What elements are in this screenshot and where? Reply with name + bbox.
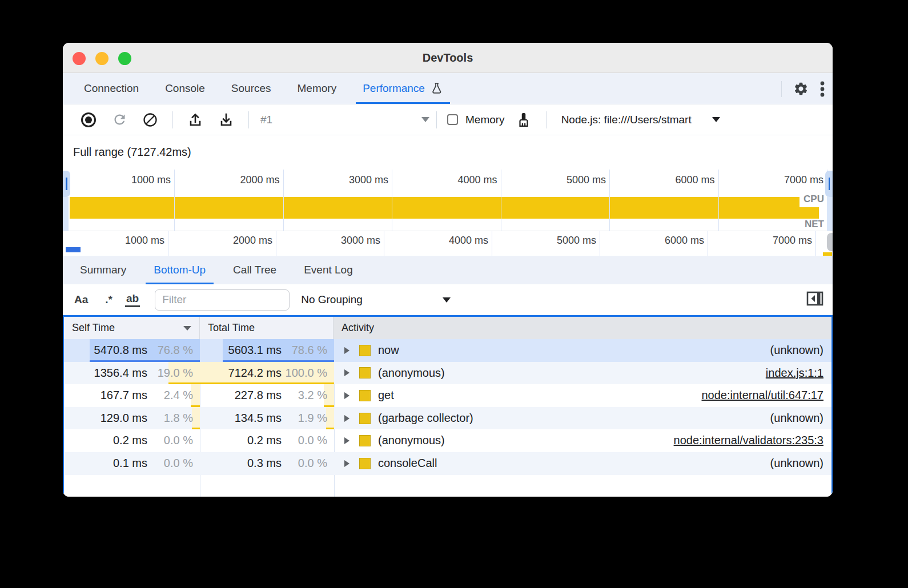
memory-checkbox[interactable] <box>447 114 458 125</box>
expand-arrow-icon[interactable] <box>344 369 349 376</box>
filter-input[interactable] <box>155 289 290 311</box>
flamechart-yellow-segment[interactable] <box>823 252 832 256</box>
cpu-activity-band[interactable] <box>70 197 799 219</box>
activity-cell: now(unknown) <box>334 339 831 362</box>
record-icon[interactable] <box>80 111 97 128</box>
toolbar-divider <box>248 111 249 128</box>
column-header-total-time[interactable]: Total Time <box>200 317 334 339</box>
tab-label: Connection <box>84 82 139 95</box>
full-range-label: Full range (7127.42ms) <box>73 146 191 159</box>
tab-memory[interactable]: Memory <box>291 73 344 104</box>
table-row[interactable]: 0.1 ms0.0 %0.3 ms0.0 %consoleCall(unknow… <box>64 452 831 475</box>
activity-cell: (anonymous)node:internal/validators:235:… <box>334 429 831 452</box>
detail-panel-tabs: SummaryBottom-UpCall TreeEvent Log <box>63 256 833 284</box>
ruler-tick-line <box>708 231 708 256</box>
screen-background: DevTools ConnectionConsoleSourcesMemoryP… <box>0 0 908 588</box>
self-time-percent: 0.0 % <box>147 429 193 452</box>
ruler-tick-label: 1000 ms <box>108 174 171 186</box>
overview-separator <box>63 231 833 231</box>
total-time-value: 0.2 ms <box>207 429 282 452</box>
timeline-scrollbar-thumb[interactable] <box>827 233 833 251</box>
timeline-overview: Full range (7127.42ms) CPU NET 1000 ms20… <box>63 135 833 256</box>
grid-header: Self Time Total Time Activity <box>64 317 831 339</box>
target-select[interactable]: Node.js: file:///Users/stmart <box>561 114 720 126</box>
tab-console[interactable]: Console <box>158 73 212 104</box>
activity-cell: getnode:internal/util:647:17 <box>334 384 831 407</box>
total-time-percent: 100.0 % <box>282 362 327 385</box>
total-time-cell: 0.3 ms0.0 % <box>200 452 334 475</box>
total-time-cell: 134.5 ms1.9 % <box>200 407 334 430</box>
source-location-link[interactable]: index.js:1:1 <box>766 362 823 385</box>
expand-arrow-icon[interactable] <box>344 347 349 354</box>
titlebar: DevTools <box>63 43 833 73</box>
ruler-tick-line <box>609 170 610 231</box>
collect-garbage-icon[interactable] <box>515 111 532 128</box>
chevron-down-icon <box>443 297 451 303</box>
table-row[interactable]: 5470.8 ms76.8 %5603.1 ms78.6 %now(unknow… <box>64 339 831 362</box>
source-location-text: (unknown) <box>770 407 823 430</box>
regex-icon[interactable]: .* <box>105 293 113 306</box>
save-profile-icon[interactable] <box>218 111 235 128</box>
window-title: DevTools <box>63 43 833 73</box>
clear-icon[interactable] <box>142 111 159 128</box>
tab-performance[interactable]: Performance <box>356 73 450 104</box>
self-time-cell: 1356.4 ms19.0 % <box>64 362 200 385</box>
source-location-link[interactable]: node:internal/validators:235:3 <box>674 429 823 452</box>
overview-right-handle[interactable] <box>825 171 833 197</box>
category-swatch-icon <box>359 413 371 424</box>
main-tabs: ConnectionConsoleSourcesMemoryPerformanc… <box>71 73 456 104</box>
total-time-cell: 227.8 ms3.2 % <box>200 384 334 407</box>
history-select[interactable]: #1 <box>260 114 429 126</box>
panel-tab-summary[interactable]: Summary <box>72 256 134 284</box>
self-time-value: 1356.4 ms <box>71 362 147 385</box>
panel-tab-bottom-up[interactable]: Bottom-Up <box>146 256 214 284</box>
sort-descending-icon <box>183 326 191 331</box>
experiment-flask-icon <box>430 82 443 95</box>
panel-tab-call-tree[interactable]: Call Tree <box>225 256 284 284</box>
show-sidebar-icon[interactable] <box>806 291 823 306</box>
tab-label: Memory <box>298 82 337 95</box>
tab-label: Sources <box>231 82 271 95</box>
ruler-tick-line <box>392 170 392 231</box>
ruler-tick-line <box>600 231 600 256</box>
match-whole-word-icon[interactable]: ab <box>125 292 140 307</box>
self-time-cell: 129.0 ms1.8 % <box>64 407 200 430</box>
flamechart-blue-segment[interactable] <box>66 247 81 252</box>
table-row[interactable]: 167.7 ms2.4 %227.8 ms3.2 %getnode:intern… <box>64 384 831 407</box>
load-profile-icon[interactable] <box>187 111 204 128</box>
ruler-tick-label: 7000 ms <box>761 174 823 186</box>
self-time-percent: 76.8 % <box>147 339 193 362</box>
tab-sources[interactable]: Sources <box>224 73 278 104</box>
total-time-value: 0.3 ms <box>207 452 282 475</box>
expand-arrow-icon[interactable] <box>344 392 349 399</box>
panel-tab-label: Call Tree <box>233 264 276 276</box>
expand-arrow-icon[interactable] <box>344 460 349 467</box>
total-time-percent: 0.0 % <box>282 429 327 452</box>
match-case-icon[interactable]: Aa <box>74 293 88 306</box>
column-header-self-time[interactable]: Self Time <box>64 317 200 339</box>
filter-toolbar: Aa .* ab No Grouping <box>63 284 833 315</box>
category-swatch-icon <box>359 458 371 469</box>
table-row[interactable]: 129.0 ms1.8 %134.5 ms1.9 %(garbage colle… <box>64 407 831 430</box>
ruler-tick-line <box>168 231 168 256</box>
table-row[interactable]: 0.2 ms0.0 %0.2 ms0.0 %(anonymous)node:in… <box>64 429 831 452</box>
grouping-select[interactable]: No Grouping <box>301 293 451 306</box>
selection-shade-right <box>827 197 833 231</box>
panel-tab-event-log[interactable]: Event Log <box>296 256 361 284</box>
tab-connection[interactable]: Connection <box>77 73 146 104</box>
self-time-percent: 19.0 % <box>147 362 193 385</box>
column-header-activity[interactable]: Activity <box>334 317 831 339</box>
memory-checkbox-wrap[interactable]: Memory <box>447 114 505 126</box>
toolbar-divider <box>546 111 547 128</box>
table-row[interactable]: 1356.4 ms19.0 %7124.2 ms100.0 %(anonymou… <box>64 362 831 385</box>
reload-record-icon[interactable] <box>111 111 128 128</box>
more-options-kebab-icon[interactable] <box>820 80 825 98</box>
source-location-text: (unknown) <box>770 339 823 362</box>
expand-arrow-icon[interactable] <box>344 415 349 422</box>
settings-gear-icon[interactable] <box>793 81 809 96</box>
source-location-link[interactable]: node:internal/util:647:17 <box>702 384 824 407</box>
expand-arrow-icon[interactable] <box>344 437 349 444</box>
target-select-value: Node.js: file:///Users/stmart <box>561 114 692 126</box>
total-time-value: 5603.1 ms <box>207 339 282 362</box>
overview-left-handle[interactable] <box>63 171 70 197</box>
